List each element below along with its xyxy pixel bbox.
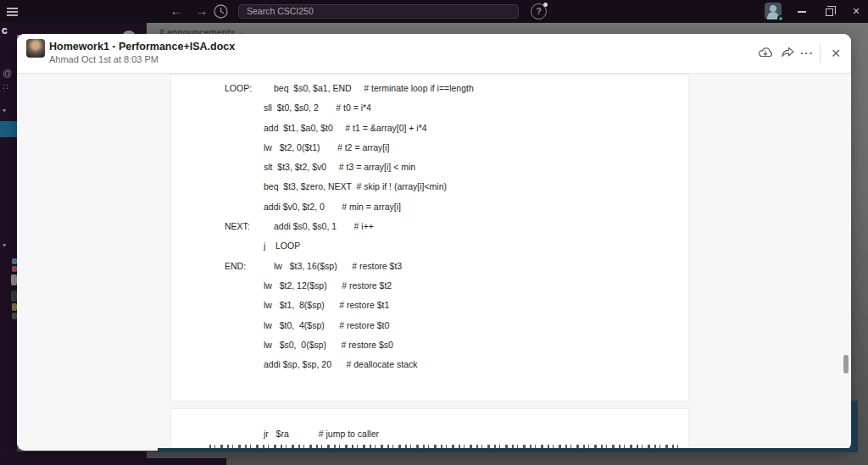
user-avatar[interactable] bbox=[765, 3, 782, 19]
assembly-code-block: LOOP:beq $s0, $a1, END # terminate loop … bbox=[225, 79, 685, 374]
code-line: lw $t2, 0($t1) # t2 = array[i] bbox=[225, 138, 685, 158]
dm-avatar-fragment bbox=[11, 274, 17, 285]
titlebar: ← → Search CSCI250 ? ✕ bbox=[0, 0, 868, 23]
code-label: END: bbox=[225, 257, 246, 276]
code-line: beq $t3, $zero, NEXT # skip if ! (array[… bbox=[225, 177, 685, 197]
code-line: lw $t1, 8($sp) # restore $t1 bbox=[225, 296, 685, 315]
code-line: lw $s0, 0($sp) # restore $s0 bbox=[225, 335, 685, 355]
code-text: jr $ra # jump to caller bbox=[264, 429, 379, 439]
code-line: sll $t0, $s0, 2 # t0 = i*4 bbox=[225, 98, 685, 118]
code-text: lw $t0, 4($sp) # restore $t0 bbox=[264, 320, 389, 330]
code-text: lw $s0, 0($sp) # restore $s0 bbox=[264, 340, 393, 350]
code-text: sll $t0, $s0, 2 # t0 = i*4 bbox=[264, 102, 371, 113]
code-text: beq $t3, $zero, NEXT # skip if ! (array[… bbox=[264, 181, 447, 191]
file-preview-modal: Homework1 - Performance+ISA.docx Ahmad O… bbox=[17, 34, 851, 451]
code-text: add $t1, $a0, $t0 # t1 = &array[0] + i*4 bbox=[264, 123, 427, 133]
code-text: addi $sp, $sp, 20 # deallocate stack bbox=[264, 359, 418, 369]
history-clock-icon[interactable] bbox=[213, 3, 229, 19]
code-line: jr $ra # jump to caller bbox=[225, 424, 379, 444]
mentions-icon[interactable]: @ bbox=[3, 68, 12, 78]
file-subtitle: Ahmad Oct 1st at 8:03 PM bbox=[49, 54, 159, 64]
code-line: LOOP:beq $s0, $a1, END # terminate loop … bbox=[225, 79, 685, 98]
code-line: j LOOP bbox=[225, 236, 685, 256]
code-line: add $t1, $a0, $t0 # t1 = &array[0] + i*4 bbox=[225, 119, 685, 138]
background-window-edge-bottom bbox=[158, 448, 858, 452]
code-text: beq $s0, $a1, END # terminate loop if i=… bbox=[274, 83, 474, 93]
section-caret-icon[interactable]: ▾ bbox=[3, 107, 6, 114]
download-icon[interactable] bbox=[757, 45, 774, 62]
help-notification-dot bbox=[543, 3, 548, 7]
back-button[interactable]: ← bbox=[167, 3, 186, 19]
code-line: addi $sp, $sp, 20 # deallocate stack bbox=[225, 355, 685, 374]
workspace-initial: c bbox=[2, 25, 8, 36]
maximize-icon bbox=[826, 8, 833, 16]
author-avatar[interactable] bbox=[26, 39, 45, 58]
presence-dot bbox=[777, 15, 784, 22]
code-text: lw $t3, 16($sp) # restore $t3 bbox=[274, 261, 402, 271]
code-text: lw $t2, 12($sp) # restore $t2 bbox=[264, 280, 392, 291]
document-page-1: LOOP:beq $s0, $a1, END # terminate loop … bbox=[170, 75, 689, 401]
hamburger-menu-icon[interactable] bbox=[7, 8, 18, 15]
maximize-button[interactable] bbox=[816, 0, 842, 23]
code-text: lw $t2, 0($t1) # t2 = array[i] bbox=[264, 142, 390, 152]
header-divider bbox=[820, 44, 821, 63]
assembly-code-block: jr $ra # jump to caller bbox=[225, 424, 379, 444]
code-label: NEXT: bbox=[225, 217, 250, 236]
search-input[interactable]: Search CSCI250 bbox=[238, 4, 519, 19]
minimize-button[interactable] bbox=[789, 0, 815, 23]
code-line: slt $t3, $t2, $v0 # t3 = array[i] < min bbox=[225, 158, 685, 177]
avatar-person-icon bbox=[770, 5, 776, 12]
window-bottom-strip bbox=[0, 458, 226, 465]
code-text: lw $t1, 8($sp) # restore $t1 bbox=[264, 300, 389, 310]
background-window-edge-right bbox=[851, 401, 858, 452]
code-label: LOOP: bbox=[225, 79, 252, 98]
code-text: addi $v0, $t2, 0 # min = array[i] bbox=[264, 202, 401, 212]
minimize-icon bbox=[798, 11, 806, 13]
drafts-icon[interactable]: ∷ bbox=[3, 82, 8, 91]
code-line: lw $t0, 4($sp) # restore $t0 bbox=[225, 316, 685, 335]
help-glyph: ? bbox=[536, 6, 542, 16]
scrollbar-thumb[interactable] bbox=[843, 355, 849, 374]
code-line: NEXT:addi $s0, $s0, 1 # i++ bbox=[225, 217, 685, 236]
document-page-2: jr $ra # jump to caller bbox=[170, 408, 689, 451]
share-icon[interactable] bbox=[779, 45, 796, 62]
code-line: END:lw $t3, 16($sp) # restore $t3 bbox=[225, 257, 685, 276]
window-close-button[interactable]: ✕ bbox=[843, 0, 868, 23]
app-window: ← → Search CSCI250 ? ✕ c # announcements… bbox=[0, 0, 868, 465]
code-line: lw $t2, 12($sp) # restore $t2 bbox=[225, 276, 685, 296]
help-icon[interactable]: ? bbox=[531, 3, 547, 19]
close-preview-icon[interactable]: ✕ bbox=[827, 45, 844, 62]
more-actions-icon[interactable]: ··· bbox=[798, 45, 815, 62]
file-title: Homework1 - Performance+ISA.docx bbox=[49, 41, 235, 53]
code-line: addi $v0, $t2, 0 # min = array[i] bbox=[225, 197, 685, 217]
file-preview-header: Homework1 - Performance+ISA.docx Ahmad O… bbox=[17, 34, 851, 74]
dm-section-caret-icon[interactable]: ▾ bbox=[3, 241, 6, 249]
code-text: addi $s0, $s0, 1 # i++ bbox=[274, 221, 374, 231]
forward-button[interactable]: → bbox=[192, 3, 211, 19]
dm-avatar-fragment bbox=[11, 291, 17, 302]
code-text: j LOOP bbox=[264, 241, 300, 251]
selected-channel-item[interactable] bbox=[0, 121, 17, 137]
code-text: slt $t3, $t2, $v0 # t3 = array[i] < min bbox=[264, 162, 415, 172]
